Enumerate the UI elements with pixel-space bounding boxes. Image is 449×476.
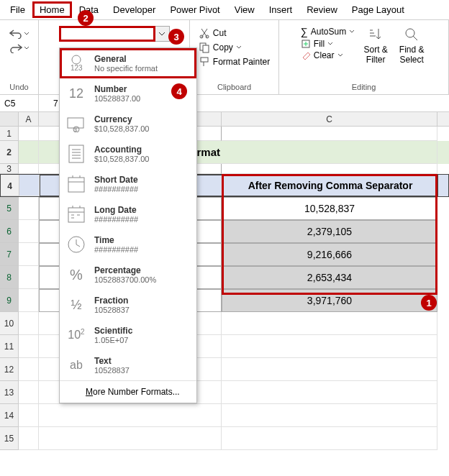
more-number-formats[interactable]: More Number Formats... [60, 380, 196, 403]
cell-a3[interactable] [19, 164, 39, 174]
menu-pagelayout[interactable]: Page Layout [345, 1, 412, 18]
number-format-box[interactable] [59, 26, 155, 42]
cell-c11[interactable] [222, 335, 437, 358]
format-text[interactable]: ab Text10528837 [60, 350, 196, 380]
row-header-3[interactable]: 3 [0, 164, 19, 174]
menu-review[interactable]: Review [299, 1, 345, 18]
row-header-2[interactable]: 2 [0, 141, 19, 164]
cell-a14[interactable] [19, 404, 39, 427]
cell-c9[interactable]: 3,971,760 [222, 289, 437, 312]
row-header-12[interactable]: 12 [0, 358, 19, 381]
cell-a5[interactable] [19, 197, 39, 220]
row-header-13[interactable]: 13 [0, 381, 19, 404]
menu-insert[interactable]: Insert [262, 1, 300, 18]
row-header-6[interactable]: 6 [0, 220, 19, 243]
cell-a2[interactable] [19, 141, 39, 164]
svg-point-1 [206, 35, 209, 38]
row-header-1[interactable]: 1 [0, 127, 19, 141]
cell-a9[interactable] [19, 289, 39, 312]
row-header-10[interactable]: 10 [0, 312, 19, 335]
number-icon: 12 [65, 83, 87, 104]
formula-content[interactable]: 7 [39, 99, 58, 109]
cell-c2[interactable] [222, 141, 437, 164]
autosum-label: AutoSum [311, 27, 346, 37]
cell-a11[interactable] [19, 335, 39, 358]
cell-c5[interactable]: 10,528,837 [222, 197, 437, 220]
cell-a10[interactable] [19, 312, 39, 335]
currency-icon: $ [65, 113, 87, 134]
row-header-5[interactable]: 5 [0, 197, 19, 220]
row-header-7[interactable]: 7 [0, 243, 19, 266]
cell-c1[interactable] [222, 127, 437, 141]
copy-button[interactable]: Copy [199, 42, 270, 53]
format-time-sub: ########## [94, 245, 138, 254]
menubar: File Home Data Developer Power Pivot Vie… [0, 0, 449, 20]
text-icon: ab [65, 354, 87, 376]
undo-group: Undo [0, 20, 39, 94]
editing-label: Editing [352, 83, 376, 94]
format-long-date[interactable]: Long Date########## [60, 199, 196, 229]
menu-developer[interactable]: Developer [106, 1, 163, 18]
cell-a8[interactable] [19, 266, 39, 289]
format-accounting-title: Accounting [94, 145, 149, 155]
format-percentage[interactable]: % Percentage1052883700.00% [60, 260, 196, 290]
cell-c10[interactable] [222, 312, 437, 335]
format-short-date[interactable]: Short Date########## [60, 169, 196, 199]
row-header-15[interactable]: 15 [0, 427, 19, 450]
cell-c3[interactable] [222, 164, 437, 174]
row-header-14[interactable]: 14 [0, 404, 19, 427]
fill-button[interactable]: Fill [301, 39, 355, 49]
cell-a4[interactable] [19, 175, 40, 196]
cell-c14[interactable] [222, 404, 437, 427]
cell-a12[interactable] [19, 358, 39, 381]
row-header-9[interactable]: 9 [0, 289, 19, 312]
number-format-combo[interactable] [59, 26, 170, 42]
cell-c15[interactable] [222, 427, 437, 450]
cell-a15[interactable] [19, 427, 39, 450]
cell-a1[interactable] [19, 127, 39, 141]
cell-c6[interactable]: 2,379,105 [222, 220, 437, 243]
callout-3: 3 [168, 29, 184, 45]
format-currency[interactable]: $ Currency$10,528,837.00 [60, 109, 196, 139]
col-header-c[interactable]: C [222, 112, 437, 126]
menu-file[interactable]: File [3, 1, 32, 18]
menu-powerpivot[interactable]: Power Pivot [163, 1, 227, 18]
name-box[interactable]: C5 [0, 95, 39, 111]
format-accounting[interactable]: Accounting$10,528,837.00 [60, 139, 196, 169]
cell-b14[interactable] [39, 404, 222, 427]
format-scientific[interactable]: 102 Scientific1.05E+07 [60, 320, 196, 350]
menu-home[interactable]: Home [32, 1, 72, 18]
fraction-icon: ½ [65, 294, 87, 316]
cell-a6[interactable] [19, 220, 39, 243]
callout-1: 1 [421, 295, 437, 311]
row-header-8[interactable]: 8 [0, 266, 19, 289]
clear-button[interactable]: Clear [301, 50, 355, 60]
cell-a13[interactable] [19, 381, 39, 404]
find-select-button[interactable]: Find & Select [396, 26, 427, 65]
format-painter-button[interactable]: Format Painter [199, 56, 270, 68]
format-general[interactable]: 123 GeneralNo specific format [60, 48, 196, 78]
cell-c12[interactable] [222, 358, 437, 381]
cell-c13[interactable] [222, 381, 437, 404]
autosum-button[interactable]: ∑AutoSum [301, 26, 355, 37]
cell-c7[interactable]: 9,216,666 [222, 243, 437, 266]
svg-rect-13 [68, 178, 84, 192]
format-fraction[interactable]: ½ Fraction10528837 [60, 290, 196, 320]
cut-button[interactable]: Cut [199, 27, 270, 39]
cell-a7[interactable] [19, 243, 39, 266]
cell-c8[interactable]: 2,653,434 [222, 266, 437, 289]
row-header-4[interactable]: 4 [1, 175, 19, 196]
redo-button[interactable] [9, 43, 30, 53]
cell-c4[interactable]: After Removing Comma Separator [222, 175, 438, 196]
sort-filter-button[interactable]: Sort & Filter [360, 26, 391, 65]
number-format-dropdown-arrow[interactable] [155, 26, 170, 42]
undo-button[interactable] [9, 29, 30, 39]
cell-b15[interactable] [39, 427, 222, 450]
menu-view[interactable]: View [227, 1, 262, 18]
short-date-icon [65, 173, 87, 195]
col-header-a[interactable]: A [19, 112, 39, 126]
format-number-title: Number [94, 84, 140, 94]
format-time[interactable]: Time########## [60, 229, 196, 260]
row-header-11[interactable]: 11 [0, 335, 19, 358]
select-all-corner[interactable] [0, 112, 19, 126]
